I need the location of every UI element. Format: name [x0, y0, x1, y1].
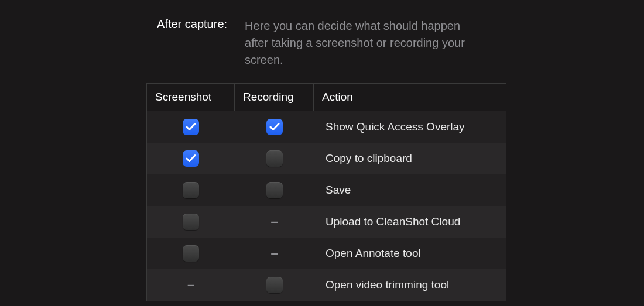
- cell-action: Upload to CleanShot Cloud: [314, 215, 506, 228]
- table-row: Save: [147, 174, 506, 206]
- checkbox-screenshot[interactable]: [183, 150, 199, 167]
- check-icon: [269, 122, 280, 132]
- table-row: –Upload to CleanShot Cloud: [147, 206, 506, 238]
- cell-screenshot: [147, 214, 235, 230]
- cell-recording: [235, 119, 314, 135]
- table-header: Screenshot Recording Action: [147, 84, 506, 111]
- column-header-recording: Recording: [235, 84, 314, 111]
- cell-screenshot: [147, 119, 235, 135]
- cell-screenshot: [147, 182, 235, 198]
- cell-recording: [235, 277, 314, 293]
- cell-screenshot: –: [147, 279, 235, 291]
- checkbox-screenshot[interactable]: [183, 214, 199, 230]
- column-header-screenshot: Screenshot: [147, 84, 235, 111]
- cell-action: Open Annotate tool: [314, 247, 506, 260]
- checkbox-recording[interactable]: [266, 277, 283, 293]
- cell-action: Save: [314, 184, 506, 197]
- check-icon: [186, 154, 196, 163]
- table-row: Show Quick Access Overlay: [147, 111, 506, 143]
- section-label: After capture:: [157, 18, 227, 31]
- action-label: Open video trimming tool: [326, 279, 449, 291]
- action-label: Upload to CleanShot Cloud: [326, 215, 460, 228]
- checkbox-recording[interactable]: [266, 119, 283, 135]
- action-label: Copy to clipboard: [326, 152, 412, 165]
- after-capture-table: Screenshot Recording Action Show Quick A…: [146, 83, 506, 301]
- cell-recording: [235, 182, 314, 198]
- cell-recording: [235, 150, 314, 167]
- action-label: Open Annotate tool: [326, 247, 421, 260]
- column-header-action: Action: [314, 84, 506, 111]
- check-icon: [186, 122, 196, 132]
- checkbox-recording[interactable]: [266, 150, 283, 167]
- cell-action: Open video trimming tool: [314, 279, 506, 291]
- cell-action: Show Quick Access Overlay: [314, 121, 506, 133]
- checkbox-screenshot[interactable]: [183, 182, 199, 198]
- cell-screenshot: [147, 245, 235, 262]
- cell-recording: –: [235, 215, 314, 228]
- section-description: Here you can decide what should happen a…: [245, 18, 479, 68]
- cell-action: Copy to clipboard: [314, 152, 506, 165]
- cell-recording: –: [235, 247, 314, 260]
- action-label: Save: [326, 184, 351, 197]
- table-row: –Open Annotate tool: [147, 238, 506, 269]
- checkbox-recording[interactable]: [266, 182, 283, 198]
- table-row: –Open video trimming tool: [147, 269, 506, 301]
- cell-screenshot: [147, 150, 235, 167]
- not-applicable-icon: –: [266, 247, 283, 260]
- not-applicable-icon: –: [266, 215, 283, 228]
- not-applicable-icon: –: [183, 279, 199, 291]
- action-label: Show Quick Access Overlay: [326, 121, 465, 133]
- table-row: Copy to clipboard: [147, 143, 506, 174]
- checkbox-screenshot[interactable]: [183, 119, 199, 135]
- checkbox-screenshot[interactable]: [183, 245, 199, 262]
